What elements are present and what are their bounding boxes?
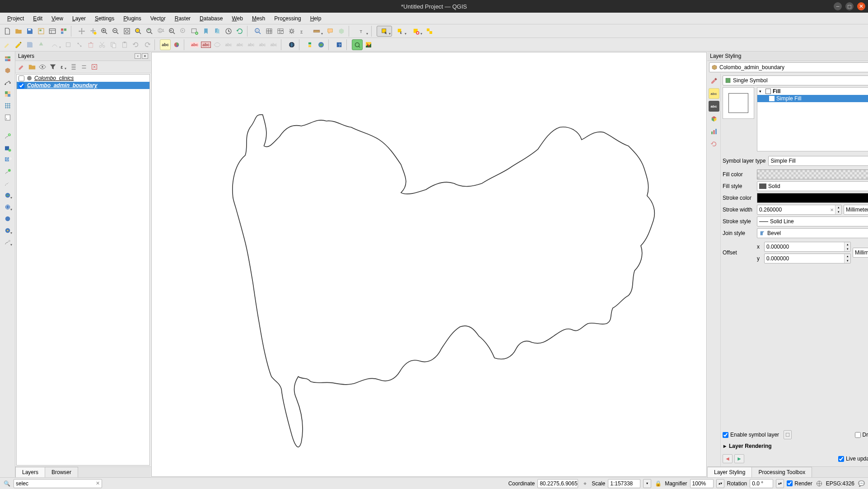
menu-vector[interactable]: Vector — [146, 14, 170, 23]
render-checkbox[interactable]: Render — [787, 480, 812, 487]
layer-row-clinics[interactable]: Colombo_clinics — [17, 75, 149, 82]
masks-tab-icon[interactable]: abc — [709, 101, 719, 112]
label-toolbar-icon[interactable]: abc — [160, 39, 171, 50]
enable-symbol-layer-checkbox[interactable]: Enable symbol layer — [723, 432, 779, 438]
messages-icon[interactable]: 💬 — [857, 480, 865, 488]
new-map-view-icon[interactable] — [189, 26, 200, 37]
python-console-icon[interactable] — [304, 39, 315, 50]
measure-icon[interactable] — [309, 26, 324, 37]
pan-icon[interactable] — [76, 26, 87, 37]
layer-visibility-checkbox[interactable] — [19, 75, 24, 81]
zoom-out-icon[interactable] — [110, 26, 121, 37]
map-canvas[interactable] — [151, 52, 707, 477]
locator-search-input[interactable]: ✕ — [14, 479, 102, 488]
select-by-value-icon[interactable]: ε — [392, 26, 408, 37]
text-annotation-icon[interactable]: T — [354, 26, 369, 37]
remove-layer-icon[interactable] — [90, 62, 99, 71]
add-wfs-layer-icon[interactable] — [2, 225, 14, 236]
zoom-next-icon[interactable] — [178, 26, 189, 37]
redo-icon[interactable] — [142, 39, 153, 50]
tree-row-simple-fill[interactable]: Simple Fill — [757, 95, 868, 102]
copy-features-icon[interactable] — [108, 39, 119, 50]
layers-panel-close-button[interactable]: × — [142, 53, 148, 59]
pan-to-selection-icon[interactable] — [88, 26, 98, 37]
window-minimize-button[interactable]: – — [834, 2, 842, 10]
symbol-layer-type-combo[interactable]: Simple Fill▾ — [768, 156, 868, 166]
labels-tab-icon[interactable]: abc — [709, 88, 719, 99]
window-maximize-button[interactable]: ◻ — [845, 2, 854, 10]
renderer-combo[interactable]: Single Symbol ▾ — [723, 75, 868, 85]
select-all-icon[interactable] — [424, 26, 435, 37]
layer-rendering-section[interactable]: ▸Layer Rendering — [723, 441, 868, 451]
new-geopackage-layer-icon[interactable]: GP — [2, 155, 14, 165]
layers-panel-float-button[interactable]: ▫ — [135, 53, 141, 59]
menu-web[interactable]: Web — [227, 14, 247, 23]
offset-y-spinbox[interactable]: ▴▾ — [764, 254, 851, 263]
scale-field[interactable]: 1:157338 — [608, 479, 640, 488]
open-data-source-manager-icon[interactable] — [2, 53, 14, 64]
expand-all-icon[interactable] — [69, 62, 78, 71]
scale-dropdown-button[interactable]: ▾ — [643, 479, 651, 488]
join-style-combo[interactable]: Bevel▾ — [757, 228, 868, 238]
lock-scale-icon[interactable]: 🔒 — [654, 480, 662, 488]
filter-legend-icon[interactable] — [48, 62, 57, 71]
digitize-icon[interactable] — [47, 39, 62, 50]
add-wms-layer-icon[interactable] — [2, 190, 14, 201]
zoom-last-icon[interactable] — [167, 26, 177, 37]
save-project-icon[interactable] — [24, 26, 35, 37]
crs-label[interactable]: EPSG:4326 — [826, 480, 854, 487]
tree-row-fill[interactable]: ▾ Fill — [757, 88, 868, 95]
menu-mesh[interactable]: Mesh — [247, 14, 270, 23]
menu-project[interactable]: Project — [3, 14, 28, 23]
menu-help[interactable]: Help — [306, 14, 326, 23]
metasearch-icon[interactable] — [286, 39, 297, 50]
change-label-icon[interactable]: abc — [246, 39, 257, 50]
select-features-icon[interactable] — [377, 26, 392, 37]
map-tips-icon[interactable] — [325, 26, 336, 37]
label-properties2-icon[interactable]: abc — [268, 39, 279, 50]
history-tab-icon[interactable] — [709, 139, 719, 150]
save-edits-icon[interactable] — [24, 39, 35, 50]
processing-toolbox-icon[interactable] — [286, 26, 297, 37]
tab-layer-styling[interactable]: Layer Styling — [707, 467, 752, 477]
menu-edit[interactable]: Edit — [28, 14, 47, 23]
rotation-spinner[interactable]: ▴▾ — [776, 479, 784, 488]
new-3d-view-icon[interactable] — [336, 26, 347, 37]
style-undo-button[interactable]: ◄ — [723, 454, 733, 463]
current-edits-icon[interactable] — [2, 39, 13, 50]
add-ogc-api-icon[interactable] — [2, 237, 14, 248]
style-redo-button[interactable]: ► — [734, 454, 744, 463]
new-virtual-layer-icon[interactable] — [2, 178, 14, 189]
manage-visibility-icon[interactable] — [38, 62, 47, 71]
new-print-layout-icon[interactable] — [36, 26, 47, 37]
layer-row-boundary[interactable]: Colombo_admin_boundary — [17, 82, 149, 89]
stroke-width-unit-combo[interactable]: Millimeters▾ — [844, 205, 868, 215]
menu-plugins[interactable]: Plugins — [119, 14, 145, 23]
diagrams-tab-icon[interactable] — [709, 126, 719, 137]
add-raster-layer-icon[interactable] — [2, 89, 14, 99]
3d-view-tab-icon[interactable] — [709, 113, 719, 124]
osm-tile-icon[interactable] — [316, 39, 327, 50]
layer-list[interactable]: Colombo_clinics Colombo_admin_boundary — [16, 74, 150, 465]
add-delimited-text-icon[interactable]: , — [2, 112, 14, 123]
show-layout-manager-icon[interactable] — [47, 26, 58, 37]
menu-database[interactable]: Database — [195, 14, 227, 23]
new-spatial-bookmark-icon[interactable] — [201, 26, 211, 37]
rotate-label-icon[interactable]: abc — [234, 39, 245, 50]
zoom-full-icon[interactable] — [121, 26, 132, 37]
zoom-to-selection-icon[interactable] — [133, 26, 144, 37]
open-project-icon[interactable] — [13, 26, 24, 37]
add-wcs-layer-icon[interactable] — [2, 213, 14, 224]
new-spatialite-icon[interactable] — [2, 143, 14, 154]
add-feature-icon[interactable] — [36, 39, 47, 50]
stroke-color-button[interactable]: ▾ — [757, 193, 868, 203]
window-close-button[interactable]: ✕ — [857, 2, 865, 10]
zoom-to-layer-icon[interactable] — [144, 26, 155, 37]
help-icon[interactable]: ? — [334, 39, 345, 50]
coordinate-field[interactable]: 80.2275,6.9065 — [537, 479, 578, 488]
layer-select-combo[interactable]: Colombo_admin_boundary ▾ — [709, 62, 868, 72]
tab-browser[interactable]: Browser — [45, 467, 78, 477]
menu-processing[interactable]: Processing — [270, 14, 305, 23]
style-manager-icon[interactable] — [58, 26, 69, 37]
show-hide-labels-icon[interactable] — [212, 39, 223, 50]
